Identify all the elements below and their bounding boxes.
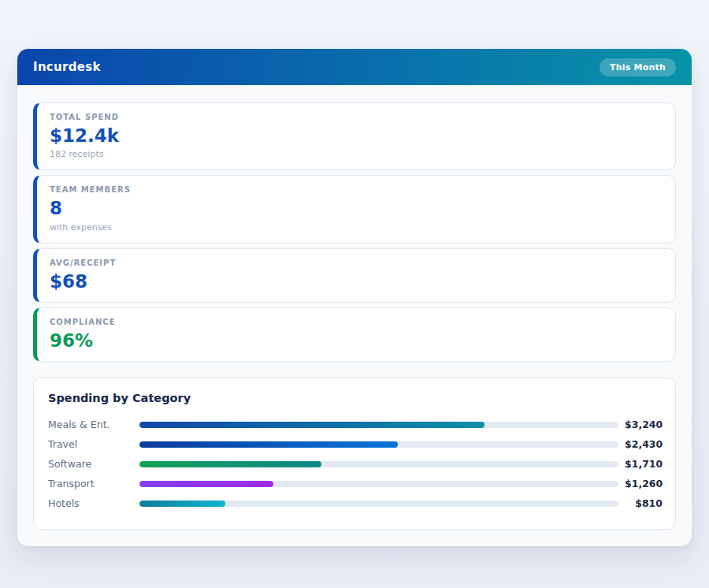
bar-value: $2,430: [625, 438, 663, 450]
bar-track: [139, 422, 618, 428]
bar-value: $810: [625, 497, 663, 509]
stat-label: TOTAL SPEND: [50, 113, 663, 121]
bar-value: $1,260: [625, 478, 663, 489]
bar-label: Transport: [46, 478, 133, 489]
bar-track: [139, 481, 618, 487]
stat-subtext: 182 receipts: [50, 149, 663, 159]
stat-label: COMPLIANCE: [50, 318, 663, 326]
chart-title: Spending by Category: [48, 392, 663, 404]
bar-row-software: Software $1,710: [46, 454, 663, 474]
app-header: Incurdesk This Month: [17, 49, 692, 85]
stat-subtext: with expenses: [50, 222, 663, 233]
bar-fill: [139, 461, 321, 467]
bar-row-hotels: Hotels $810: [46, 493, 663, 513]
bar-value: $1,710: [625, 458, 663, 470]
bar-value: $3,240: [625, 419, 663, 430]
bar-track: [139, 441, 618, 448]
stat-label: TEAM MEMBERS: [50, 185, 663, 194]
stat-value: 8: [50, 199, 663, 218]
bar-fill: [139, 441, 398, 448]
stat-card-total-spend: TOTAL SPEND $12.4k 182 receipts: [33, 102, 676, 170]
bar-fill: [139, 481, 273, 487]
incurdesk-dashboard-panel: Incurdesk This Month TOTAL SPEND $12.4k …: [17, 49, 692, 546]
bar-row-transport: Transport $1,260: [46, 474, 663, 493]
bar-label: Software: [46, 458, 133, 470]
bar-label: Travel: [46, 438, 133, 450]
bar-track: [139, 501, 618, 507]
bar-row-meals-ent: Meals & Ent. $3,240: [46, 415, 663, 434]
panel-body: TOTAL SPEND $12.4k 182 receipts TEAM MEM…: [17, 85, 692, 546]
stat-value: $68: [50, 272, 663, 292]
bar-fill: [139, 501, 225, 507]
bar-track: [139, 461, 618, 467]
bar-row-travel: Travel $2,430: [46, 434, 663, 454]
stat-value: 96%: [50, 331, 663, 351]
spending-by-category-chart: Spending by Category Meals & Ent. $3,240…: [33, 378, 676, 530]
bar-fill: [139, 422, 484, 428]
bar-label: Meals & Ent.: [46, 419, 133, 430]
app-title: Incurdesk: [33, 60, 101, 74]
stat-value: $12.4k: [50, 126, 663, 146]
stat-card-team-members: TEAM MEMBERS 8 with expenses: [33, 175, 676, 243]
period-badge-this-month[interactable]: This Month: [599, 58, 676, 76]
stat-card-compliance: COMPLIANCE 96%: [33, 307, 676, 362]
stat-card-avg-receipt: AVG/RECEIPT $68: [33, 248, 676, 303]
stat-label: AVG/RECEIPT: [50, 259, 663, 267]
bar-label: Hotels: [46, 497, 133, 509]
